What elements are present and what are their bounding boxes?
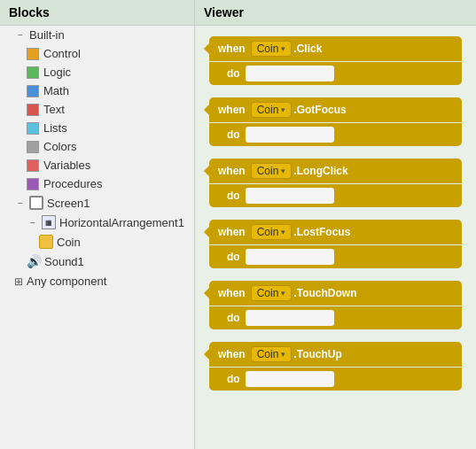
block-lostfocus: when Coin ▾ .LostFocus do [209,220,462,268]
when-label-2: when [218,165,246,177]
block-touchdown-do: do [209,306,462,329]
builtin-toggle-icon: − [14,29,27,42]
logic-label: Logic [43,66,71,79]
block-touchup-do-inner [246,371,334,387]
sound1-node[interactable]: 🔊 Sound1 [0,252,194,271]
coin-badge-label-3: Coin [257,226,279,238]
coin-badge-arrow-0: ▾ [281,44,285,53]
colors-label: Colors [43,140,77,153]
sidebar-item-variables[interactable]: Variables [0,156,194,174]
coin-badge-2[interactable]: Coin ▾ [251,163,293,179]
block-touchup: when Coin ▾ .TouchUp do [209,342,462,391]
sidebar-item-control[interactable]: Control [0,44,194,63]
builtin-node[interactable]: − Built-in [0,26,194,44]
block-gotfocus-do-inner [246,127,334,143]
block-touchdown-do-inner [246,310,334,326]
text-color-swatch [27,104,39,116]
any-component-node[interactable]: ⊞ Any component [0,271,194,291]
plus-icon: ⊞ [14,275,23,288]
block-longclick-do-inner [246,188,334,204]
screen1-node[interactable]: − Screen1 [0,193,194,213]
when-label-4: when [218,287,246,299]
logic-color-swatch [27,66,39,79]
sidebar-item-logic[interactable]: Logic [0,63,194,81]
variables-color-swatch [27,159,39,172]
any-component-label: Any component [27,275,106,288]
viewer-title: Viewer [204,5,244,19]
sidebar-item-text[interactable]: Text [0,100,194,119]
sidebar-item-procedures[interactable]: Procedures [0,174,194,193]
procedures-label: Procedures [43,177,102,190]
control-label: Control [43,47,81,60]
coin-badge-5[interactable]: Coin ▾ [251,346,293,362]
arrangement-label: HorizontalArrangement1 [59,216,184,229]
coin-badge-label-1: Coin [257,104,279,116]
block-lostfocus-do-inner [246,249,334,265]
blocks-panel: Blocks − Built-in Control Logic Math Tex… [0,0,195,449]
event-label-5: .TouchUp [293,348,341,360]
sidebar-item-colors[interactable]: Colors [0,137,194,156]
viewer-header: Viewer [195,0,476,26]
block-lostfocus-do: do [209,245,462,268]
when-label-0: when [218,43,246,55]
arrangement-icon: ▦ [42,215,56,229]
block-longclick-when[interactable]: when Coin ▾ .LongClick [209,159,462,183]
text-label: Text [43,103,65,116]
coin-badge-label-0: Coin [257,43,279,55]
block-lostfocus-when[interactable]: when Coin ▾ .LostFocus [209,220,462,244]
block-touchup-do: do [209,368,462,391]
builtin-label: Built-in [29,28,65,42]
do-label-1: do [227,128,240,141]
math-label: Math [43,84,69,97]
block-click: when Coin ▾ .Click do [209,36,462,85]
block-click-do: do [209,62,462,85]
coin-label: Coin [57,236,81,249]
coin-icon [39,235,53,249]
horizontal-arrangement-node[interactable]: − ▦ HorizontalArrangement1 [0,213,194,232]
coin-badge-arrow-4: ▾ [281,289,285,298]
lists-color-swatch [27,122,39,135]
block-click-when[interactable]: when Coin ▾ .Click [209,36,462,61]
event-label-3: .LostFocus [293,226,350,238]
procedures-color-swatch [27,178,39,190]
coin-badge-arrow-2: ▾ [281,166,285,175]
do-label-2: do [227,190,240,202]
sound-icon: 🔊 [27,254,41,268]
block-gotfocus: when Coin ▾ .GotFocus do [209,97,462,146]
coin-badge-arrow-5: ▾ [281,350,285,359]
sidebar-item-lists[interactable]: Lists [0,119,194,137]
coin-badge-arrow-1: ▾ [281,105,285,114]
coin-node[interactable]: Coin [0,232,194,252]
event-label-2: .LongClick [293,165,347,177]
block-touchdown-when[interactable]: when Coin ▾ .TouchDown [209,281,462,306]
coin-badge-3[interactable]: Coin ▾ [251,224,293,240]
math-color-swatch [27,85,39,97]
coin-badge-arrow-3: ▾ [281,228,285,236]
when-label-3: when [218,226,246,238]
when-label-5: when [218,348,246,360]
block-longclick-do: do [209,184,462,207]
blocks-header: Blocks [0,0,194,26]
block-touchup-when[interactable]: when Coin ▾ .TouchUp [209,342,462,367]
event-label-1: .GotFocus [293,104,346,116]
coin-badge-label-2: Coin [257,165,279,177]
coin-badge-4[interactable]: Coin ▾ [251,285,293,301]
coin-badge-0[interactable]: Coin ▾ [251,41,293,57]
coin-badge-label-4: Coin [257,287,279,299]
control-color-swatch [27,48,39,60]
when-label-1: when [218,104,246,116]
blocks-title: Blocks [9,5,50,19]
arrangement-toggle-icon: − [27,216,39,228]
screen1-label: Screen1 [47,197,90,210]
do-label-5: do [227,373,240,385]
screen1-toggle-icon: − [14,197,27,209]
sidebar-item-math[interactable]: Math [0,81,194,100]
block-gotfocus-when[interactable]: when Coin ▾ .GotFocus [209,97,462,122]
coin-badge-1[interactable]: Coin ▾ [251,102,293,118]
block-gotfocus-do: do [209,123,462,146]
block-longclick: when Coin ▾ .LongClick do [209,159,462,207]
viewer-content: when Coin ▾ .Click do when Coin ▾ .GotF [195,26,476,401]
viewer-panel: Viewer when Coin ▾ .Click do when [195,0,476,449]
block-touchdown: when Coin ▾ .TouchDown do [209,281,462,329]
event-label-4: .TouchDown [293,287,356,299]
